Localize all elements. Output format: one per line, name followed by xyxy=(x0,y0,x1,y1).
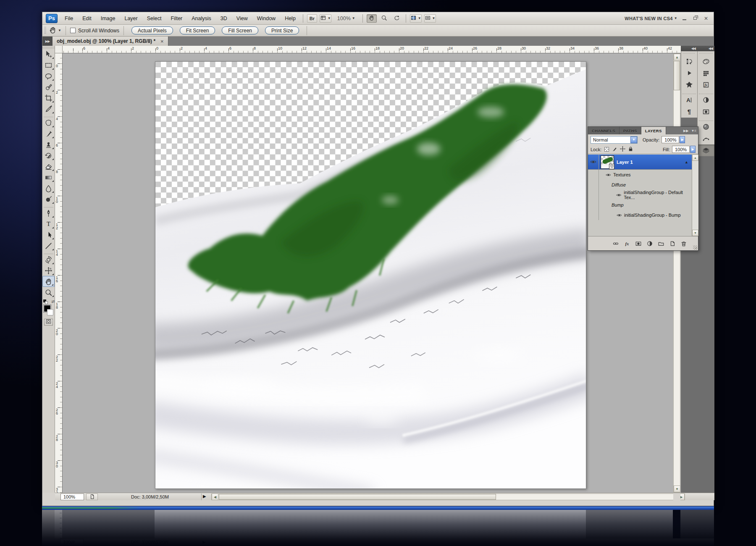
fill-slider-arrow[interactable]: ▶ xyxy=(690,146,696,153)
type-tool[interactable]: T xyxy=(42,218,55,229)
swap-colors-icon[interactable]: ⇄ xyxy=(51,299,55,304)
visibility-toggle[interactable] xyxy=(605,172,612,178)
tab-channels[interactable]: CHANNELS xyxy=(588,127,620,134)
menu-select[interactable]: Select xyxy=(142,12,166,24)
dock-collapse-right[interactable]: ◀◀ xyxy=(697,46,714,51)
brush-tool[interactable] xyxy=(42,128,55,139)
lasso-tool[interactable] xyxy=(42,71,55,81)
horizontal-scrollbar[interactable]: ◀ ▶ xyxy=(211,494,685,500)
opacity-slider-arrow[interactable]: ▶ xyxy=(680,136,685,143)
actions-panel[interactable] xyxy=(681,67,697,79)
bridge-button[interactable]: Br xyxy=(307,14,317,23)
path-selection-tool[interactable] xyxy=(42,229,55,240)
tab-overflow-button[interactable]: ▶▶ xyxy=(42,37,52,46)
rotate-view-button[interactable] xyxy=(392,14,402,23)
marquee-tool[interactable] xyxy=(42,60,55,71)
lock-transparency-icon[interactable] xyxy=(604,147,609,152)
zoom-tool[interactable] xyxy=(42,287,55,298)
visibility-toggle[interactable] xyxy=(616,212,622,218)
fill-field[interactable]: 100% xyxy=(672,146,690,153)
menu-filter[interactable]: Filter xyxy=(166,12,187,24)
layers-scrollbar[interactable]: ▲ ▼ xyxy=(692,155,698,236)
layer-row[interactable]: Bump xyxy=(588,200,692,210)
menu-edit[interactable]: Edit xyxy=(78,12,96,24)
quick-mask-button[interactable] xyxy=(44,319,53,326)
vertical-ruler[interactable]: 02468101214161820222426283032 xyxy=(55,53,63,493)
blur-tool[interactable] xyxy=(42,183,55,194)
collapse-triangle-icon[interactable]: ▲ xyxy=(685,160,688,164)
scroll-all-windows-checkbox[interactable] xyxy=(70,28,76,33)
screen-mode-button[interactable]: ▼ xyxy=(424,14,436,23)
lock-all-icon[interactable] xyxy=(627,147,633,152)
adjustments-panel[interactable] xyxy=(698,94,714,106)
layer-row[interactable]: Diffuse xyxy=(588,180,692,190)
menu-image[interactable]: Image xyxy=(96,12,120,24)
masks-panel[interactable] xyxy=(698,106,714,118)
menu-window[interactable]: Window xyxy=(252,12,280,24)
restore-button[interactable] xyxy=(691,15,699,22)
background-color-swatch[interactable] xyxy=(47,309,53,315)
character-panel[interactable]: A xyxy=(681,94,697,106)
ruler-corner[interactable] xyxy=(55,46,63,53)
page-setup-icon[interactable] xyxy=(86,494,98,500)
color-panel[interactable] xyxy=(698,55,714,67)
scroll-up-arrow[interactable]: ▲ xyxy=(674,54,680,60)
scroll-down-arrow[interactable]: ▼ xyxy=(674,486,680,492)
visibility-toggle[interactable] xyxy=(616,192,622,198)
layer-thumbnail[interactable] xyxy=(601,155,614,169)
tool-preset-caret[interactable]: ▼ xyxy=(58,29,61,32)
new-group-button[interactable] xyxy=(657,240,665,247)
lock-pixels-icon[interactable] xyxy=(612,147,617,152)
document-canvas[interactable] xyxy=(155,61,586,489)
menu-analysis[interactable]: Analysis xyxy=(187,12,216,24)
tools-grip[interactable] xyxy=(42,46,55,49)
vertical-scroll-thumb[interactable] xyxy=(674,61,680,90)
delete-layer-button[interactable] xyxy=(680,240,688,247)
paths-dock-panel[interactable] xyxy=(698,133,714,144)
layers-scroll-down[interactable]: ▼ xyxy=(692,230,698,236)
document-size-info[interactable]: Doc: 3,00M/2,50M xyxy=(99,494,202,500)
tab-paths[interactable]: PATHS xyxy=(620,127,641,134)
crop-tool[interactable] xyxy=(42,92,55,103)
add-layer-mask-button[interactable] xyxy=(634,240,643,247)
scroll-left-arrow[interactable]: ◀ xyxy=(212,494,218,500)
layer-row[interactable]: Textures xyxy=(588,170,692,180)
zoom-tool-button[interactable] xyxy=(379,14,389,23)
options-grip[interactable] xyxy=(44,27,46,34)
minimize-button[interactable] xyxy=(680,15,688,22)
tab-close-icon[interactable]: × xyxy=(160,38,164,45)
menu-file[interactable]: File xyxy=(60,12,78,24)
panel-resize-grip[interactable] xyxy=(693,245,697,249)
3d-panel[interactable] xyxy=(681,79,697,91)
hand-tool[interactable] xyxy=(42,276,55,287)
default-colors-icon[interactable] xyxy=(43,299,47,304)
layer-row[interactable]: initialShadingGroup - Bump xyxy=(588,210,692,220)
layers-scroll-up[interactable]: ▲ xyxy=(692,155,698,161)
close-button[interactable]: ✕ xyxy=(702,15,710,22)
gradient-tool[interactable] xyxy=(42,172,55,183)
clone-stamp-tool[interactable] xyxy=(42,139,55,150)
quick-selection-tool[interactable] xyxy=(42,81,55,92)
layers-panel-button[interactable] xyxy=(698,144,714,156)
move-tool[interactable] xyxy=(42,49,55,60)
new-adjustment-layer-button[interactable] xyxy=(646,240,654,247)
blend-mode-select[interactable]: Normal ▼ xyxy=(591,136,638,144)
arrange-documents-button[interactable]: ▼ xyxy=(410,14,422,23)
status-menu-arrow[interactable]: ▶ xyxy=(203,494,206,499)
print-size-button[interactable]: Print Size xyxy=(265,26,299,34)
line-tool[interactable] xyxy=(42,240,55,251)
zoom-percent-field[interactable]: 100% xyxy=(60,494,84,500)
styles-panel[interactable]: fx xyxy=(698,79,714,91)
eraser-tool[interactable] xyxy=(42,161,55,172)
history-brush-tool[interactable] xyxy=(42,150,55,161)
fit-screen-button[interactable]: Fit Screen xyxy=(180,26,215,34)
hand-tool-button[interactable] xyxy=(367,14,377,23)
lock-position-icon[interactable] xyxy=(620,147,625,152)
burn-tool[interactable] xyxy=(42,194,55,205)
3d-rotate-tool[interactable] xyxy=(42,254,55,265)
opacity-field[interactable]: 100% xyxy=(662,136,679,143)
horizontal-scroll-thumb[interactable] xyxy=(219,494,496,500)
3d-pan-tool[interactable] xyxy=(42,265,55,276)
paragraph-panel[interactable]: ¶ xyxy=(681,106,697,118)
menu-view[interactable]: View xyxy=(232,12,252,24)
